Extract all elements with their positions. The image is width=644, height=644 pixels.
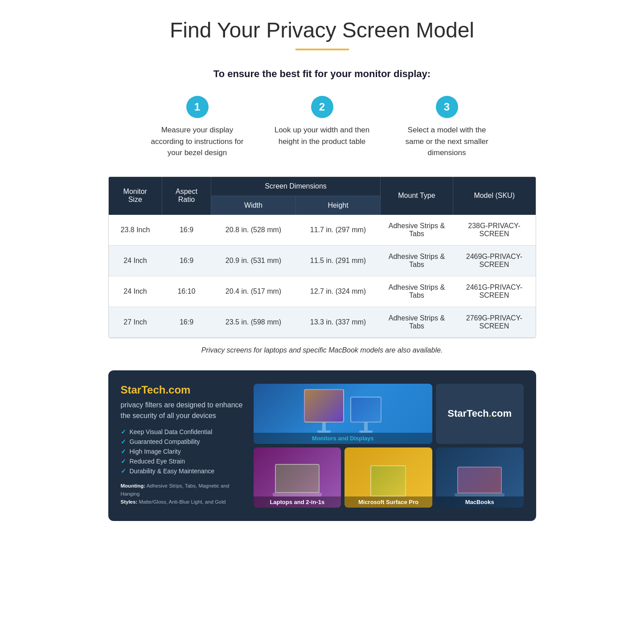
cell-model-sku: 238G-PRIVACY-SCREEN <box>453 215 535 246</box>
laptop-screen <box>275 464 320 493</box>
cell-model-sku: 2461G-PRIVACY-SCREEN <box>453 276 535 307</box>
styles-label: Styles: <box>121 499 138 505</box>
macbook-screen <box>457 467 502 493</box>
brand-dot: . <box>165 384 168 396</box>
table-row: 23.8 Inch 16:9 20.8 in. (528 mm) 11.7 in… <box>109 215 536 246</box>
cell-monitor-size: 24 Inch <box>109 245 162 276</box>
styles-text: Matte/Gloss, Anti-Blue Light, and Gold <box>139 499 226 505</box>
cell-mount-type: Adhesive Strips & Tabs <box>381 215 453 246</box>
step-1-number: 1 <box>186 96 209 118</box>
macbooks-label: MacBooks <box>436 496 524 508</box>
laptops-cell: Laptops and 2-in-1s <box>254 447 341 508</box>
check-icon: ✓ <box>121 428 126 435</box>
table-header-top: Monitor Size Aspect Ratio Screen Dimensi… <box>109 177 536 196</box>
startech-dot: . <box>489 408 492 419</box>
monitor-large <box>304 389 344 433</box>
cell-aspect-ratio: 16:9 <box>162 307 211 337</box>
surface-content: Microsoft Surface Pro <box>345 460 432 508</box>
laptops-content: Laptops and 2-in-1s <box>254 459 341 508</box>
cell-model-sku: 2469G-PRIVACY-SCREEN <box>453 245 535 276</box>
cell-height: 13.3 in. (337 mm) <box>296 307 381 337</box>
surface-screen <box>370 465 406 496</box>
product-table-wrapper: Monitor Size Aspect Ratio Screen Dimensi… <box>108 176 536 338</box>
laptop-illustration <box>267 459 327 496</box>
cell-model-sku: 2769G-PRIVACY-SCREEN <box>453 307 535 337</box>
surface-illustration <box>365 460 411 496</box>
table-row: 27 Inch 16:9 23.5 in. (598 mm) 13.3 in. … <box>109 307 536 337</box>
table-row: 24 Inch 16:9 20.9 in. (531 mm) 11.5 in. … <box>109 245 536 276</box>
cell-height: 11.7 in. (297 mm) <box>296 215 381 246</box>
bottom-banner: StarTech.com privacy filters are designe… <box>108 370 536 521</box>
monitor-screen-md <box>350 397 381 422</box>
col-width: Width <box>211 196 296 215</box>
cell-width: 20.4 in. (517 mm) <box>211 276 296 307</box>
monitor-screen-lg <box>304 389 344 422</box>
monitors-content: Monitors and Displays <box>254 384 432 444</box>
col-screen-dimensions: Screen Dimensions <box>211 177 381 196</box>
step-2: 2 Look up your width and then height in … <box>273 96 371 159</box>
surface-label: Microsoft Surface Pro <box>345 496 432 508</box>
feature-item: ✓ Reduced Eye Strain <box>121 458 246 465</box>
cell-aspect-ratio: 16:9 <box>162 215 211 246</box>
step-1-text: Measure your display according to instru… <box>148 124 246 159</box>
feature-item: ✓ Guaranteed Compatibility <box>121 438 246 445</box>
feature-text: Keep Visual Data Confidential <box>130 428 213 435</box>
macbooks-content: MacBooks <box>436 461 524 508</box>
macbook-illustration <box>449 461 510 496</box>
step-1: 1 Measure your display according to inst… <box>148 96 246 159</box>
cell-aspect-ratio: 16:9 <box>162 245 211 276</box>
cell-height: 11.5 in. (291 mm) <box>296 245 381 276</box>
cell-aspect-ratio: 16:10 <box>162 276 211 307</box>
mounting-label: Mounting: <box>121 483 146 488</box>
col-monitor-size: Monitor Size <box>109 177 162 215</box>
table-body: 23.8 Inch 16:9 20.8 in. (528 mm) 11.7 in… <box>109 215 536 338</box>
laptop-base <box>273 493 322 496</box>
monitor-medium <box>350 397 381 433</box>
col-aspect-ratio: Aspect Ratio <box>162 177 211 215</box>
brand-name: StarTech.com <box>121 384 191 396</box>
cell-width: 20.9 in. (531 mm) <box>211 245 296 276</box>
step-2-number: 2 <box>311 96 333 118</box>
feature-text: High Image Clarity <box>130 448 181 455</box>
banner-image-grid: Monitors and Displays StarTech.com Lapto… <box>254 384 524 508</box>
check-icon: ✓ <box>121 458 126 465</box>
monitor-stand-md <box>364 422 368 431</box>
feature-text: Guaranteed Compatibility <box>130 438 200 445</box>
feature-item: ✓ Keep Visual Data Confidential <box>121 428 246 435</box>
monitors-label: Monitors and Displays <box>254 433 432 444</box>
startech-logo-cell: StarTech.com <box>436 384 524 444</box>
feature-item: ✓ High Image Clarity <box>121 448 246 455</box>
banner-brand: StarTech.com <box>121 384 246 396</box>
cell-mount-type: Adhesive Strips & Tabs <box>381 276 453 307</box>
cell-mount-type: Adhesive Strips & Tabs <box>381 245 453 276</box>
cell-monitor-size: 24 Inch <box>109 276 162 307</box>
cell-width: 20.8 in. (528 mm) <box>211 215 296 246</box>
cell-monitor-size: 23.8 Inch <box>109 215 162 246</box>
laptops-label: Laptops and 2-in-1s <box>254 496 341 508</box>
macbooks-cell: MacBooks <box>436 447 524 508</box>
surface-cell: Microsoft Surface Pro <box>345 447 432 508</box>
monitors-illustration <box>299 384 387 433</box>
banner-mounting-info: Mounting: Adhesive Strips, Tabs, Magneti… <box>121 482 246 506</box>
step-3-text: Select a model with the same or the next… <box>398 124 496 159</box>
feature-text: Durability & Easy Maintenance <box>130 468 215 475</box>
product-table: Monitor Size Aspect Ratio Screen Dimensi… <box>109 177 536 338</box>
feature-item: ✓ Durability & Easy Maintenance <box>121 468 246 475</box>
step-2-text: Look up your width and then height in th… <box>273 124 371 147</box>
col-mount-type: Mount Type <box>381 177 453 215</box>
banner-left: StarTech.com privacy filters are designe… <box>121 384 246 508</box>
page-title: Find Your Privacy Screen Model <box>108 18 536 42</box>
macbook-base <box>455 493 505 496</box>
check-icon: ✓ <box>121 468 126 475</box>
steps-container: 1 Measure your display according to inst… <box>108 96 536 159</box>
col-model-sku: Model (SKU) <box>453 177 535 215</box>
cell-width: 23.5 in. (598 mm) <box>211 307 296 337</box>
step-3-number: 3 <box>436 96 458 118</box>
check-icon: ✓ <box>121 448 126 455</box>
monitors-cell: Monitors and Displays <box>254 384 432 444</box>
banner-tagline: privacy filters are designed to enhance … <box>121 400 246 421</box>
cell-height: 12.7 in. (324 mm) <box>296 276 381 307</box>
monitor-stand-lg <box>322 422 326 431</box>
title-underline <box>295 49 349 50</box>
cell-monitor-size: 27 Inch <box>109 307 162 337</box>
